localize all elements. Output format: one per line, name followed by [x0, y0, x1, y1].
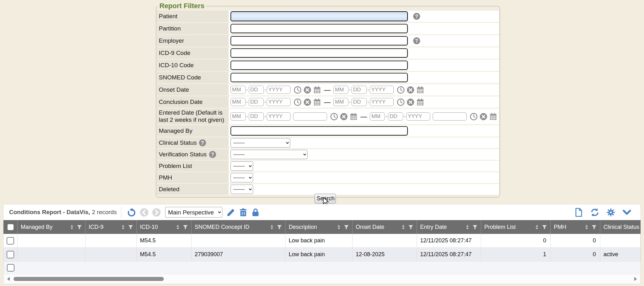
- column-header-entry-date[interactable]: Entry Date: [417, 220, 481, 234]
- icd9-input[interactable]: [230, 48, 408, 58]
- patient-input[interactable]: [230, 11, 408, 21]
- onset-to-year-input[interactable]: [370, 86, 394, 94]
- employer-input[interactable]: [230, 36, 408, 46]
- snomed-input[interactable]: [230, 73, 408, 82]
- search-button[interactable]: Search: [314, 194, 336, 203]
- entered-from-year-input[interactable]: [267, 112, 291, 121]
- filter-icon[interactable]: [472, 224, 478, 230]
- onset-from-year-input[interactable]: [267, 86, 291, 94]
- filter-icon[interactable]: [542, 224, 547, 230]
- filter-icon[interactable]: [128, 224, 133, 230]
- lock-perspective-icon[interactable]: [251, 208, 260, 217]
- sort-icon[interactable]: [336, 224, 341, 230]
- clock-icon[interactable]: [330, 113, 338, 121]
- partition-input[interactable]: [230, 24, 408, 33]
- settings-gear-icon[interactable]: [606, 208, 615, 217]
- managed-by-input[interactable]: [230, 126, 408, 136]
- horizontal-scrollbar[interactable]: [3, 274, 641, 284]
- entered-to-day-input[interactable]: [388, 112, 403, 121]
- column-header-icd9[interactable]: ICD-9: [86, 220, 137, 234]
- calendar-icon[interactable]: [416, 98, 424, 106]
- sort-icon[interactable]: [401, 224, 406, 230]
- calendar-icon[interactable]: [416, 86, 424, 94]
- column-header-icd10[interactable]: ICD-10: [137, 220, 192, 234]
- sort-icon[interactable]: [269, 224, 275, 230]
- calendar-icon[interactable]: [313, 98, 321, 106]
- clock-icon[interactable]: [470, 113, 478, 121]
- entered-to-time-input[interactable]: [433, 112, 467, 121]
- row-checkbox[interactable]: [7, 251, 14, 258]
- clinical-status-help-icon[interactable]: [199, 139, 206, 147]
- column-header-problem-list[interactable]: Problem List: [481, 220, 551, 234]
- patient-help-icon[interactable]: [413, 13, 420, 20]
- clear-icon[interactable]: [407, 86, 414, 94]
- table-row-new[interactable]: [3, 262, 641, 274]
- conclusion-to-year-input[interactable]: [370, 98, 394, 106]
- new-report-icon[interactable]: [574, 208, 583, 217]
- row-checkbox[interactable]: [7, 237, 14, 245]
- edit-perspective-icon[interactable]: [226, 208, 236, 217]
- calendar-icon[interactable]: [350, 113, 358, 121]
- filter-icon[interactable]: [277, 224, 282, 230]
- undo-icon[interactable]: [127, 208, 136, 217]
- clinical-status-select[interactable]: ------: [230, 138, 290, 148]
- filter-icon[interactable]: [408, 224, 414, 230]
- conclusion-to-month-input[interactable]: [333, 98, 348, 106]
- clear-icon[interactable]: [303, 98, 311, 106]
- column-header-pmh[interactable]: PMH: [551, 220, 600, 234]
- verification-status-select[interactable]: ------: [230, 150, 308, 159]
- table-row[interactable]: M54.5 Low back pain 12/11/2025 08:27:47 …: [3, 234, 641, 248]
- filter-icon[interactable]: [344, 224, 349, 230]
- scroll-left-icon[interactable]: [6, 276, 11, 282]
- nav-back-icon[interactable]: [140, 208, 149, 217]
- nav-forward-icon[interactable]: [152, 208, 161, 217]
- perspective-select[interactable]: Main Perspective: [165, 207, 222, 218]
- column-header-clinical-status[interactable]: Clinical Status: [600, 220, 641, 234]
- verification-status-help-icon[interactable]: [209, 151, 216, 158]
- column-header-onset-date[interactable]: Onset Date: [353, 220, 417, 234]
- conclusion-from-day-input[interactable]: [249, 98, 264, 106]
- clear-icon[interactable]: [303, 86, 311, 94]
- conclusion-to-day-input[interactable]: [352, 98, 367, 106]
- table-row[interactable]: M54.5 279039007 Low back pain 12-08-2025…: [3, 248, 641, 262]
- filter-icon[interactable]: [591, 224, 597, 230]
- scrollbar-thumb[interactable]: [14, 277, 164, 281]
- onset-from-day-input[interactable]: [249, 86, 264, 94]
- entered-from-month-input[interactable]: [230, 112, 246, 121]
- entered-to-year-input[interactable]: [406, 112, 430, 121]
- sort-icon[interactable]: [465, 224, 470, 230]
- clear-icon[interactable]: [480, 113, 487, 121]
- conclusion-from-year-input[interactable]: [267, 98, 291, 106]
- clock-icon[interactable]: [397, 86, 405, 94]
- sort-icon[interactable]: [120, 224, 126, 230]
- entered-from-day-input[interactable]: [249, 112, 264, 121]
- sort-icon[interactable]: [175, 224, 180, 230]
- calendar-icon[interactable]: [313, 86, 321, 94]
- icd10-input[interactable]: [230, 61, 408, 70]
- column-header-managed-by[interactable]: Managed By: [18, 220, 86, 234]
- calendar-icon[interactable]: [489, 113, 497, 121]
- conclusion-from-month-input[interactable]: [230, 98, 246, 106]
- clear-icon[interactable]: [340, 113, 348, 121]
- collapse-chevron-icon[interactable]: [622, 208, 631, 217]
- column-header-description[interactable]: Description: [286, 220, 353, 234]
- column-header-snomed[interactable]: SNOMED Concept ID: [192, 220, 286, 234]
- sort-icon[interactable]: [584, 224, 589, 230]
- onset-from-month-input[interactable]: [230, 86, 246, 94]
- scroll-right-icon[interactable]: [633, 276, 638, 282]
- entered-from-time-input[interactable]: [293, 112, 327, 121]
- pmh-select[interactable]: ------: [230, 173, 253, 182]
- clear-icon[interactable]: [407, 98, 414, 106]
- row-checkbox[interactable]: [7, 264, 14, 272]
- filter-icon[interactable]: [183, 224, 188, 230]
- deleted-select[interactable]: ------: [230, 185, 253, 194]
- delete-perspective-icon[interactable]: [239, 208, 248, 217]
- employer-help-icon[interactable]: [413, 37, 420, 45]
- sort-icon[interactable]: [534, 224, 540, 230]
- clock-icon[interactable]: [294, 98, 302, 106]
- refresh-icon[interactable]: [590, 208, 599, 217]
- filter-icon[interactable]: [77, 224, 82, 230]
- onset-to-month-input[interactable]: [333, 86, 348, 94]
- sort-icon[interactable]: [69, 224, 75, 230]
- problem-list-select[interactable]: ------: [230, 161, 253, 171]
